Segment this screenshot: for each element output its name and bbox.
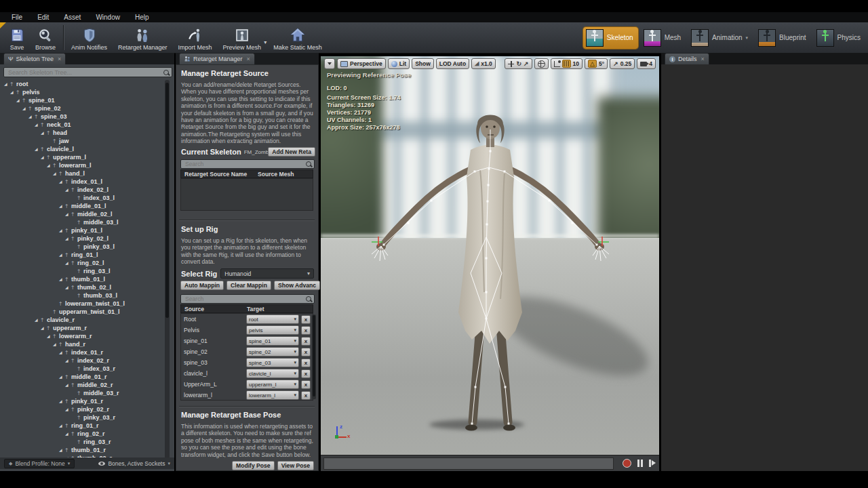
scale-snap-button[interactable]: ↗0.25: [610, 58, 635, 69]
mapping-clear-button[interactable]: x: [301, 315, 311, 324]
rotate-tool-icon[interactable]: ↻: [516, 61, 521, 67]
expander-icon[interactable]: ◢: [65, 237, 69, 241]
anim-notifies-button[interactable]: Anim Notifies: [66, 22, 113, 53]
expander-icon[interactable]: ◢: [16, 98, 20, 102]
expander-icon[interactable]: ◢: [59, 253, 63, 257]
tree-item-pinky_01_r[interactable]: ◢†pinky_01_r: [1, 397, 164, 405]
mapping-clear-button[interactable]: x: [301, 326, 311, 335]
mapping-clear-button[interactable]: x: [301, 337, 311, 346]
tree-item-pinky_03_r[interactable]: †pinky_03_r: [1, 413, 164, 422]
tree-scrollbar[interactable]: [165, 80, 170, 460]
expander-icon[interactable]: ◢: [41, 131, 45, 135]
expander-icon[interactable]: ◢: [53, 342, 57, 346]
pause-button[interactable]: [637, 460, 643, 467]
animation-dropdown-icon[interactable]: ▾: [746, 35, 749, 41]
expander-icon[interactable]: ◢: [35, 123, 39, 127]
expander-icon[interactable]: ◢: [65, 188, 69, 192]
tree-item-clavicle_r[interactable]: ◢†clavicle_r: [1, 316, 164, 324]
record-button[interactable]: [623, 459, 631, 468]
tree-item-middle_02_l[interactable]: ◢†middle_02_l: [1, 210, 164, 218]
expander-icon[interactable]: ◢: [59, 180, 63, 184]
tree-item-spine_03[interactable]: ◢†spine_03: [1, 113, 164, 121]
view-pose-button[interactable]: View Pose: [277, 461, 314, 470]
tree-item-ring_01_r[interactable]: ◢†ring_01_r: [1, 422, 164, 430]
tree-item-index_02_r[interactable]: ◢†index_02_r: [1, 357, 164, 365]
expander-icon[interactable]: ◢: [41, 155, 45, 159]
expander-icon[interactable]: ◢: [59, 399, 63, 403]
expander-icon[interactable]: ◢: [59, 375, 63, 379]
mapping-target-dropdown[interactable]: spine_03: [246, 358, 299, 367]
preview-character[interactable]: [344, 89, 636, 458]
tab-animation[interactable]: Animation ▾: [688, 27, 753, 49]
tree-item-ring_02_l[interactable]: ◢†ring_02_l: [1, 259, 164, 267]
expander-icon[interactable]: ◢: [59, 204, 63, 208]
tree-item-lowerarm_l[interactable]: ◢†lowerarm_l: [1, 161, 164, 169]
tree-item-middle_01_r[interactable]: ◢†middle_01_r: [1, 373, 164, 381]
camera-speed-value[interactable]: 4: [649, 60, 652, 67]
mapping-clear-button[interactable]: x: [301, 348, 311, 357]
mapping-clear-button[interactable]: x: [301, 369, 311, 378]
expander-icon[interactable]: ◢: [65, 285, 69, 289]
rotation-snap-value[interactable]: 5°: [599, 60, 604, 67]
tree-item-index_01_l[interactable]: ◢†index_01_l: [1, 178, 164, 186]
tree-item-pinky_03_l[interactable]: †pinky_03_l: [1, 243, 164, 251]
tree-item-middle_01_l[interactable]: ◢†middle_01_l: [1, 202, 164, 210]
lod-auto-button[interactable]: LOD Auto: [436, 58, 469, 69]
tree-item-thumb_02_l[interactable]: ◢†thumb_02_l: [1, 283, 164, 291]
tree-item-pinky_02_r[interactable]: ◢†pinky_02_r: [1, 405, 164, 413]
tree-item-index_01_r[interactable]: ◢†index_01_r: [1, 348, 164, 357]
expander-icon[interactable]: ◢: [22, 106, 26, 110]
clear-mapping-button[interactable]: Clear Mappin: [226, 281, 271, 290]
tree-item-ring_01_l[interactable]: ◢†ring_01_l: [1, 251, 164, 259]
mapping-target-dropdown[interactable]: upperarm_l: [246, 380, 299, 389]
preview-mesh-button[interactable]: Preview Mesh: [218, 22, 267, 53]
expander-icon[interactable]: ◢: [53, 171, 57, 176]
tree-item-hand_r[interactable]: ◢†hand_r: [1, 340, 164, 348]
skeleton-tree-tab[interactable]: Ψ Skeleton Tree ×: [3, 53, 66, 64]
search-input[interactable]: [184, 160, 306, 168]
expander-icon[interactable]: ◢: [65, 261, 69, 265]
coordinate-system-button[interactable]: [534, 58, 549, 69]
tree-item-middle_03_l[interactable]: †middle_03_l: [1, 218, 164, 226]
skeleton-tree-search[interactable]: [3, 67, 172, 77]
expander-icon[interactable]: ◢: [65, 359, 69, 363]
search-input[interactable]: [184, 295, 306, 303]
mapping-clear-button[interactable]: x: [301, 380, 311, 389]
tree-item-thumb_01_r[interactable]: ◢†thumb_01_r: [1, 446, 164, 454]
tree-item-thumb_01_l[interactable]: ◢†thumb_01_l: [1, 275, 164, 283]
mapping-target-dropdown[interactable]: pelvis: [246, 325, 299, 335]
retarget-source-list[interactable]: [180, 178, 313, 211]
expander-icon[interactable]: ◢: [47, 163, 51, 167]
modify-pose-button[interactable]: Modify Pose: [232, 461, 275, 470]
retarget-manager-button[interactable]: Retarget Manager: [113, 22, 173, 53]
tree-item-upperarm_twist_01_l[interactable]: †upperarm_twist_01_l: [1, 308, 164, 316]
move-tool-icon[interactable]: [508, 61, 514, 67]
tree-item-upperarm_l[interactable]: ◢†upperarm_l: [1, 153, 164, 161]
mapping-clear-button[interactable]: x: [301, 391, 311, 400]
menu-file[interactable]: File: [4, 14, 30, 21]
tree-item-index_02_l[interactable]: ◢†index_02_l: [1, 186, 164, 194]
tree-item-middle_02_r[interactable]: ◢†middle_02_r: [1, 381, 164, 389]
tree-item-neck_01[interactable]: ◢†neck_01: [1, 121, 164, 129]
save-button[interactable]: Save: [4, 22, 30, 53]
tree-item-hand_l[interactable]: ◢†hand_l: [1, 169, 164, 178]
mapping-target-dropdown[interactable]: root: [246, 314, 299, 324]
details-tab[interactable]: i Details ×: [665, 53, 709, 64]
tree-item-spine_01[interactable]: ◢†spine_01: [1, 96, 164, 104]
rotation-snap-toggle-icon[interactable]: △: [588, 60, 597, 68]
expander-icon[interactable]: ◢: [28, 115, 33, 119]
expander-icon[interactable]: ◢: [35, 318, 39, 322]
preview-mesh-dropdown-icon[interactable]: ▾: [264, 39, 267, 45]
blend-profile-button[interactable]: ◆ Blend Profile: None ▾: [4, 459, 75, 468]
mapping-target-dropdown[interactable]: spine_01: [246, 336, 299, 346]
tree-scrollbar-thumb[interactable]: [165, 83, 169, 318]
mapping-target-dropdown[interactable]: lowerarm_l: [246, 390, 299, 400]
rig-mapping-search[interactable]: [180, 294, 315, 304]
expander-icon[interactable]: ◢: [10, 90, 14, 94]
tree-item-upperarm_r[interactable]: ◢†upperarm_r: [1, 324, 164, 332]
expander-icon[interactable]: ◢: [59, 228, 63, 232]
tree-item-index_03_l[interactable]: †index_03_l: [1, 194, 164, 202]
expander-icon[interactable]: ◢: [35, 147, 39, 151]
perspective-button[interactable]: Perspective: [337, 58, 386, 69]
tree-item-ring_03_l[interactable]: †ring_03_l: [1, 267, 164, 275]
